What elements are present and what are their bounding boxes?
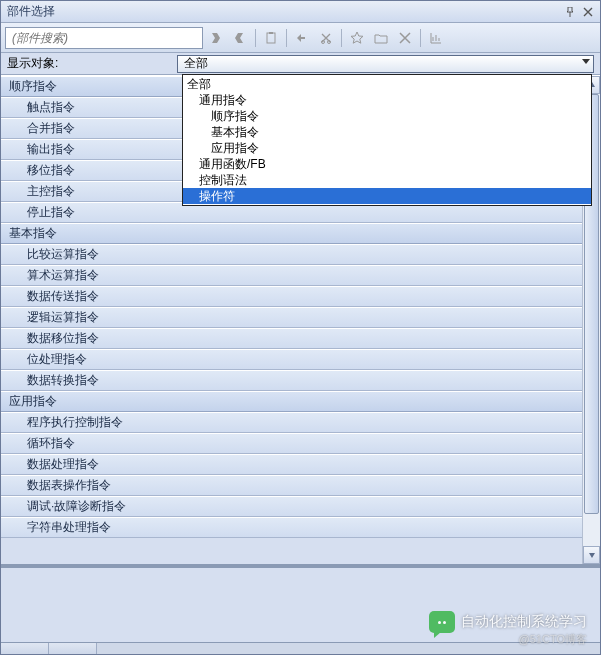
dropdown-option[interactable]: 全部 (183, 76, 591, 92)
watermark-sub: @51CTO博客 (519, 632, 587, 647)
close-icon[interactable] (580, 4, 596, 20)
scroll-down-icon[interactable] (583, 546, 600, 564)
separator (286, 29, 287, 47)
tree-item[interactable]: 数据传送指令 (1, 286, 582, 307)
tree-item[interactable]: 数据转换指令 (1, 370, 582, 391)
cut-icon[interactable] (315, 27, 337, 49)
filter-select[interactable]: 全部 (177, 55, 594, 73)
svg-point-3 (328, 40, 331, 43)
tree-item[interactable]: 位处理指令 (1, 349, 582, 370)
chevron-down-icon (582, 59, 590, 64)
separator (341, 29, 342, 47)
dropdown-option[interactable]: 通用指令 (183, 92, 591, 108)
separator (255, 29, 256, 47)
tree-item[interactable]: 比较运算指令 (1, 244, 582, 265)
filter-selected-value: 全部 (184, 55, 208, 72)
dropdown-option[interactable]: 基本指令 (183, 124, 591, 140)
tree-item[interactable]: 数据处理指令 (1, 454, 582, 475)
tree-item[interactable]: 调试·故障诊断指令 (1, 496, 582, 517)
filter-row: 显示对象: 全部 全部通用指令顺序指令基本指令应用指令通用函数/FB控制语法操作… (1, 53, 600, 75)
titlebar: 部件选择 (1, 1, 600, 23)
reply-icon[interactable] (291, 27, 313, 49)
tree-item[interactable]: 算术运算指令 (1, 265, 582, 286)
svg-point-2 (322, 40, 325, 43)
toolbar (1, 23, 600, 53)
dropdown-option[interactable]: 操作符 (183, 188, 591, 204)
wechat-icon (429, 611, 455, 633)
tree-item[interactable]: 程序执行控制指令 (1, 412, 582, 433)
delete-icon[interactable] (394, 27, 416, 49)
find-prev-icon[interactable] (229, 27, 251, 49)
pin-icon[interactable] (562, 4, 578, 20)
component-selection-panel: 部件选择 显示对象: 全部 全部通用指令顺序指令基本指令应用指令通用函数/FB控… (0, 0, 601, 655)
panel-title: 部件选择 (5, 3, 560, 20)
filter-label: 显示对象: (7, 55, 177, 72)
svg-rect-1 (269, 32, 273, 34)
dropdown-option[interactable]: 控制语法 (183, 172, 591, 188)
watermark: 自动化控制系统学习 (429, 611, 587, 633)
clipboard-icon[interactable] (260, 27, 282, 49)
tree-item[interactable]: 字符串处理指令 (1, 517, 582, 538)
tree-category[interactable]: 基本指令 (1, 223, 582, 244)
svg-rect-0 (267, 33, 275, 43)
dropdown-option[interactable]: 通用函数/FB (183, 156, 591, 172)
watermark-text: 自动化控制系统学习 (461, 613, 587, 631)
find-next-icon[interactable] (205, 27, 227, 49)
search-input[interactable] (5, 27, 203, 49)
separator (420, 29, 421, 47)
footer-tab[interactable] (1, 643, 49, 654)
tree-item[interactable]: 逻辑运算指令 (1, 307, 582, 328)
tree-item[interactable]: 数据移位指令 (1, 328, 582, 349)
tree-item[interactable]: 数据表操作指令 (1, 475, 582, 496)
chart-icon[interactable] (425, 27, 447, 49)
folder-icon[interactable] (370, 27, 392, 49)
star-icon[interactable] (346, 27, 368, 49)
dropdown-option[interactable]: 应用指令 (183, 140, 591, 156)
footer (1, 642, 600, 654)
filter-dropdown: 全部通用指令顺序指令基本指令应用指令通用函数/FB控制语法操作符 (182, 74, 592, 206)
footer-tab[interactable] (49, 643, 97, 654)
dropdown-option[interactable]: 顺序指令 (183, 108, 591, 124)
tree-category[interactable]: 应用指令 (1, 391, 582, 412)
tree-item[interactable]: 循环指令 (1, 433, 582, 454)
